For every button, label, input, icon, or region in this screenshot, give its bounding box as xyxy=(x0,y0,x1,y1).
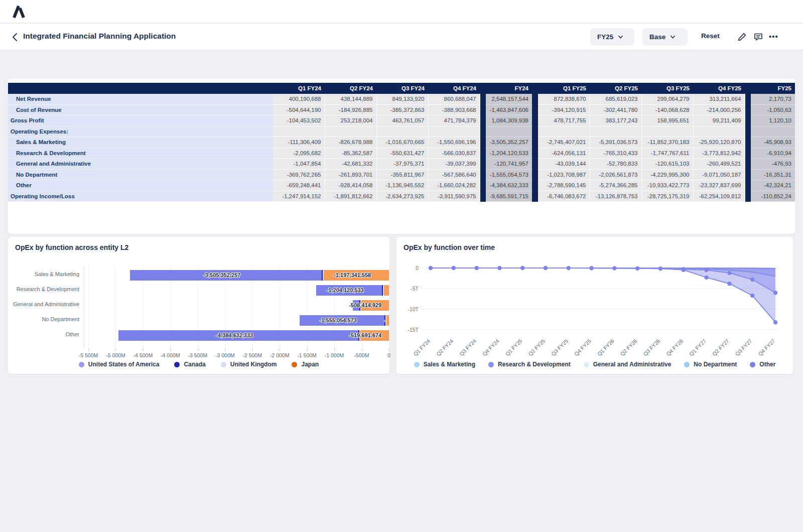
row-label-cell[interactable]: Net Revenue xyxy=(8,94,273,105)
data-point[interactable] xyxy=(520,266,524,270)
data-point[interactable] xyxy=(429,266,433,270)
table-cell[interactable]: -42,324,21 xyxy=(751,180,795,191)
table-cell[interactable]: -120,741,957 xyxy=(486,159,532,170)
table-cell[interactable]: -2,026,561,873 xyxy=(590,169,641,180)
table-cell[interactable]: -37,975,371 xyxy=(376,159,428,170)
data-point[interactable] xyxy=(704,268,708,272)
row-label-cell[interactable]: Research & Development xyxy=(8,148,273,159)
table-cell[interactable] xyxy=(693,126,745,137)
bar-segment[interactable] xyxy=(386,315,389,326)
table-cell[interactable]: -1,023,708,987 xyxy=(538,169,590,180)
table-cell[interactable]: 400,190,688 xyxy=(273,94,325,105)
table-cell[interactable]: 860,688,047 xyxy=(428,94,480,105)
row-label-cell[interactable]: Cost of Revenue xyxy=(8,104,273,115)
table-cell[interactable]: -28,725,175,319 xyxy=(641,191,693,202)
table-cell[interactable] xyxy=(538,126,590,137)
table-cell[interactable]: -111,306,409 xyxy=(273,137,325,148)
legend-item[interactable]: Canada xyxy=(174,361,205,368)
data-point[interactable] xyxy=(474,266,478,270)
table-cell[interactable]: 872,838,670 xyxy=(538,94,590,105)
table-cell[interactable]: 1,120,10 xyxy=(751,115,795,126)
data-point[interactable] xyxy=(452,266,456,270)
table-cell[interactable]: -2,095,682 xyxy=(273,148,325,159)
legend-item[interactable]: No Department xyxy=(684,361,737,368)
table-cell[interactable]: -214,000,256 xyxy=(693,104,745,115)
table-cell[interactable]: -110,852,24 xyxy=(751,191,795,202)
table-cell[interactable]: -11,852,370,183 xyxy=(641,137,693,148)
legend-item[interactable]: United Kingdom xyxy=(221,361,277,368)
row-label-cell[interactable]: Gross Profit xyxy=(8,115,273,126)
table-cell[interactable]: -1,247,914,152 xyxy=(273,191,325,202)
table-cell[interactable]: -369,762,265 xyxy=(273,169,325,180)
row-label-cell[interactable]: Other xyxy=(8,180,273,191)
table-cell[interactable]: -16,351,31 xyxy=(751,169,795,180)
row-label-cell[interactable]: No Department xyxy=(8,169,273,180)
table-cell[interactable]: -765,310,433 xyxy=(590,148,641,159)
table-cell[interactable]: -5,391,036,573 xyxy=(590,137,641,148)
table-cell[interactable]: 478,717,755 xyxy=(538,115,590,126)
table-cell[interactable]: -550,631,427 xyxy=(376,148,428,159)
table-cell[interactable]: 1,084,309,938 xyxy=(486,115,532,126)
table-cell[interactable]: -1,016,670,665 xyxy=(376,137,428,148)
table-cell[interactable]: -9,071,050,187 xyxy=(693,169,745,180)
table-cell[interactable]: -85,362,587 xyxy=(325,148,376,159)
data-point[interactable] xyxy=(635,266,639,270)
table-cell[interactable] xyxy=(641,126,693,137)
table-cell[interactable]: -2,745,407,021 xyxy=(538,137,590,148)
table-cell[interactable]: -928,414,058 xyxy=(325,180,376,191)
bar-segment[interactable] xyxy=(323,270,324,281)
legend-item[interactable]: United States of America xyxy=(79,361,160,368)
data-point[interactable] xyxy=(567,266,571,270)
data-point[interactable] xyxy=(750,294,754,298)
table-cell[interactable] xyxy=(590,126,641,137)
table-cell[interactable]: -1,555,054,573 xyxy=(486,169,532,180)
table-cell[interactable]: 463,761,057 xyxy=(376,115,428,126)
table-cell[interactable]: -1,550,696,196 xyxy=(428,137,480,148)
data-point[interactable] xyxy=(544,266,548,270)
edit-icon[interactable] xyxy=(737,31,748,42)
table-cell[interactable]: -302,441,780 xyxy=(590,104,641,115)
table-cell[interactable]: -62,254,109,812 xyxy=(693,191,745,202)
table-cell[interactable]: -3,911,590,975 xyxy=(428,191,480,202)
table-cell[interactable]: 2,548,157,544 xyxy=(486,94,532,105)
table-cell[interactable]: -10,933,422,773 xyxy=(641,180,693,191)
table-cell[interactable]: -25,920,120,870 xyxy=(693,137,745,148)
table-cell[interactable]: -13,126,878,753 xyxy=(590,191,641,202)
table-cell[interactable] xyxy=(428,126,480,137)
table-cell[interactable] xyxy=(486,126,532,137)
table-cell[interactable]: -567,586,640 xyxy=(428,169,480,180)
data-point[interactable] xyxy=(727,282,731,286)
legend-item[interactable]: Research & Development xyxy=(488,361,571,368)
table-cell[interactable]: -476,93 xyxy=(751,159,795,170)
table-cell[interactable]: 685,619,023 xyxy=(590,94,641,105)
data-point[interactable] xyxy=(497,266,501,270)
data-point[interactable] xyxy=(589,266,593,270)
table-cell[interactable]: -385,372,863 xyxy=(376,104,428,115)
table-cell[interactable]: -43,039,144 xyxy=(538,159,590,170)
table-cell[interactable] xyxy=(376,126,428,137)
table-cell[interactable]: -394,120,915 xyxy=(538,104,590,115)
table-cell[interactable]: -2,634,273,925 xyxy=(376,191,428,202)
table-cell[interactable]: -9,685,591,715 xyxy=(486,191,532,202)
table-cell[interactable]: -1,463,847,606 xyxy=(486,104,532,115)
table-cell[interactable]: -140,068,628 xyxy=(641,104,693,115)
table-cell[interactable]: 849,133,920 xyxy=(376,94,428,105)
row-label-cell[interactable]: Sales & Marketing xyxy=(8,137,273,148)
table-cell[interactable]: -388,903,668 xyxy=(428,104,480,115)
table-cell[interactable]: -566,030,837 xyxy=(428,148,480,159)
back-icon[interactable] xyxy=(10,32,21,43)
table-cell[interactable]: 383,177,243 xyxy=(590,115,641,126)
bar-segment[interactable] xyxy=(322,270,323,281)
table-cell[interactable]: -826,678,988 xyxy=(325,137,376,148)
row-label-cell[interactable]: General and Administrative xyxy=(8,159,273,170)
table-cell[interactable]: -120,615,103 xyxy=(641,159,693,170)
table-cell[interactable]: -1,747,767,611 xyxy=(641,148,693,159)
reset-button[interactable]: Reset xyxy=(701,32,720,40)
bar-segment[interactable] xyxy=(384,285,389,296)
table-cell[interactable]: -6,910,94 xyxy=(751,148,795,159)
data-point[interactable] xyxy=(727,271,731,275)
table-cell[interactable]: -23,327,837,699 xyxy=(693,180,745,191)
table-cell[interactable] xyxy=(325,126,376,137)
scenario-selector[interactable]: Base xyxy=(642,28,688,46)
table-cell[interactable]: 313,211,664 xyxy=(693,94,745,105)
